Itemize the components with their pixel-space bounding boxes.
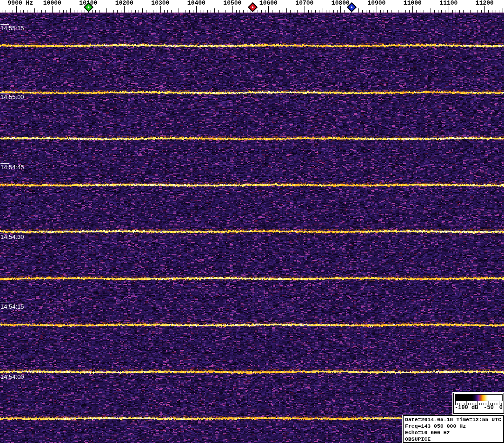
freq-tick-label: 10400 — [187, 0, 206, 7]
legend-label-mid: -50 — [484, 405, 494, 411]
freq-tick-label: 10200 — [115, 0, 133, 7]
marker-center-dot — [351, 6, 352, 8]
freq-tick-label: 10600 — [259, 0, 278, 7]
time-tick-label: 14:54:45 — [0, 164, 24, 171]
status-infobox: Date=2014-05-18 Time=12:55 UTC Freq=143 … — [403, 415, 504, 443]
infobox-station: OBSUPICE — [405, 436, 502, 443]
freq-tick-label: 10900 — [367, 0, 385, 7]
time-tick-label: 14:55:15 — [0, 25, 24, 32]
intensity-gradient-bar — [455, 394, 503, 401]
infobox-echo: Echo=10 600 Hz — [405, 430, 502, 436]
time-tick-label: 14:54:15 — [0, 304, 24, 310]
freq-tick-label: 11200 — [476, 0, 494, 7]
marker-center-dot — [252, 6, 254, 8]
freq-tick-label: 10000 — [43, 0, 61, 7]
intensity-legend: -100 dB -50 0 — [453, 393, 504, 414]
freq-tick-label: 9900 Hz — [8, 0, 33, 7]
infobox-date-time: Date=2014-05-18 Time=12:55 UTC — [405, 417, 502, 423]
time-tick-label: 14:54:30 — [0, 234, 24, 240]
infobox-frequency: Freq=143 050 000 Hz — [405, 423, 502, 430]
freq-tick-label: 10800 — [332, 0, 350, 7]
spectrogram-waterfall — [0, 13, 504, 443]
freq-tick-label: 11000 — [404, 0, 422, 7]
freq-tick-label: 10500 — [223, 0, 241, 7]
legend-label-max: 0 — [499, 405, 503, 411]
time-tick-label: 14:55:00 — [0, 94, 24, 100]
frequency-axis: 9900 Hz100001010010200103001040010500106… — [0, 0, 504, 13]
spectrogram-app: 9900 Hz100001010010200103001040010500106… — [0, 0, 504, 443]
time-tick-label: 14:54:00 — [0, 374, 24, 380]
freq-tick-label: 10300 — [151, 0, 169, 7]
legend-label-min: -100 dB — [455, 405, 478, 411]
marker-center-dot — [87, 6, 89, 8]
freq-tick-label: 11100 — [439, 0, 458, 7]
freq-tick-label: 10700 — [295, 0, 313, 7]
legend-labels: -100 dB -50 0 — [455, 405, 503, 411]
